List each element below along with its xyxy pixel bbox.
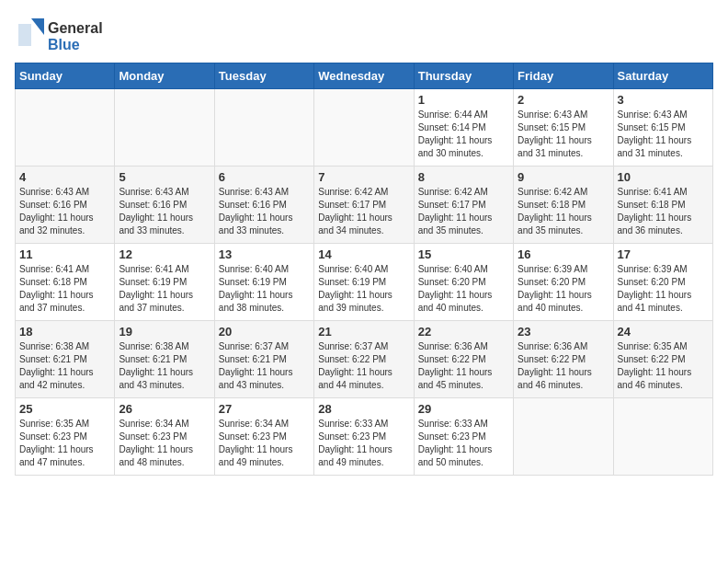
- day-number: 7: [318, 170, 409, 184]
- calendar-cell: 11Sunrise: 6:41 AM Sunset: 6:18 PM Dayli…: [16, 244, 115, 321]
- day-number: 4: [19, 170, 110, 184]
- day-number: 18: [19, 325, 110, 339]
- day-number: 19: [119, 325, 210, 339]
- calendar-cell: 18Sunrise: 6:38 AM Sunset: 6:21 PM Dayli…: [16, 321, 115, 398]
- calendar-cell: 24Sunrise: 6:35 AM Sunset: 6:22 PM Dayli…: [613, 321, 712, 398]
- day-info: Sunrise: 6:33 AM Sunset: 6:23 PM Dayligh…: [318, 418, 409, 469]
- day-info: Sunrise: 6:42 AM Sunset: 6:18 PM Dayligh…: [518, 186, 609, 237]
- day-number: 9: [518, 170, 609, 184]
- calendar-cell: 12Sunrise: 6:41 AM Sunset: 6:19 PM Dayli…: [115, 244, 214, 321]
- day-info: Sunrise: 6:43 AM Sunset: 6:16 PM Dayligh…: [19, 186, 110, 237]
- day-number: 11: [19, 247, 110, 261]
- calendar-cell: [16, 89, 115, 167]
- day-number: 23: [518, 325, 609, 339]
- day-info: Sunrise: 6:39 AM Sunset: 6:20 PM Dayligh…: [618, 263, 709, 315]
- calendar-body: 1Sunrise: 6:44 AM Sunset: 6:14 PM Daylig…: [16, 89, 713, 476]
- day-info: Sunrise: 6:41 AM Sunset: 6:18 PM Dayligh…: [618, 186, 709, 237]
- day-number: 14: [318, 247, 409, 261]
- weekday-header-row: SundayMondayTuesdayWednesdayThursdayFrid…: [16, 63, 713, 89]
- day-number: 6: [219, 170, 310, 184]
- calendar-cell: 23Sunrise: 6:36 AM Sunset: 6:22 PM Dayli…: [514, 321, 613, 398]
- day-info: Sunrise: 6:36 AM Sunset: 6:22 PM Dayligh…: [518, 340, 609, 392]
- calendar-cell: 27Sunrise: 6:34 AM Sunset: 6:23 PM Dayli…: [214, 398, 313, 476]
- day-info: Sunrise: 6:43 AM Sunset: 6:15 PM Dayligh…: [518, 109, 609, 160]
- calendar-cell: 22Sunrise: 6:36 AM Sunset: 6:22 PM Dayli…: [414, 321, 513, 398]
- weekday-header-thursday: Thursday: [414, 63, 513, 89]
- day-number: 10: [618, 170, 709, 184]
- day-number: 26: [119, 402, 210, 416]
- day-info: Sunrise: 6:42 AM Sunset: 6:17 PM Dayligh…: [418, 186, 509, 237]
- day-number: 27: [219, 402, 310, 416]
- day-number: 22: [418, 325, 509, 339]
- calendar-table: SundayMondayTuesdayWednesdayThursdayFrid…: [15, 63, 713, 476]
- day-info: Sunrise: 6:43 AM Sunset: 6:15 PM Dayligh…: [618, 109, 709, 160]
- calendar-cell: 26Sunrise: 6:34 AM Sunset: 6:23 PM Dayli…: [115, 398, 214, 476]
- day-number: 20: [219, 325, 310, 339]
- day-info: Sunrise: 6:33 AM Sunset: 6:23 PM Dayligh…: [418, 418, 509, 469]
- calendar-cell: 7Sunrise: 6:42 AM Sunset: 6:17 PM Daylig…: [314, 167, 414, 244]
- calendar-cell: 29Sunrise: 6:33 AM Sunset: 6:23 PM Dayli…: [414, 398, 513, 476]
- week-row-4: 25Sunrise: 6:35 AM Sunset: 6:23 PM Dayli…: [16, 398, 713, 476]
- calendar-cell: [514, 398, 613, 476]
- day-info: Sunrise: 6:41 AM Sunset: 6:18 PM Dayligh…: [19, 263, 110, 315]
- day-info: Sunrise: 6:35 AM Sunset: 6:23 PM Dayligh…: [19, 418, 110, 469]
- calendar-cell: 17Sunrise: 6:39 AM Sunset: 6:20 PM Dayli…: [613, 244, 712, 321]
- calendar-cell: 19Sunrise: 6:38 AM Sunset: 6:21 PM Dayli…: [115, 321, 214, 398]
- calendar-cell: 10Sunrise: 6:41 AM Sunset: 6:18 PM Dayli…: [613, 167, 712, 244]
- svg-text:General: General: [48, 20, 103, 36]
- weekday-header-wednesday: Wednesday: [314, 63, 414, 89]
- calendar-cell: 13Sunrise: 6:40 AM Sunset: 6:19 PM Dayli…: [214, 244, 313, 321]
- day-number: 5: [119, 170, 210, 184]
- svg-rect-3: [18, 24, 31, 46]
- calendar-cell: [115, 89, 214, 167]
- calendar-cell: 5Sunrise: 6:43 AM Sunset: 6:16 PM Daylig…: [115, 167, 214, 244]
- day-info: Sunrise: 6:38 AM Sunset: 6:21 PM Dayligh…: [119, 340, 210, 392]
- day-info: Sunrise: 6:40 AM Sunset: 6:19 PM Dayligh…: [318, 263, 409, 315]
- day-info: Sunrise: 6:34 AM Sunset: 6:23 PM Dayligh…: [119, 418, 210, 469]
- weekday-header-friday: Friday: [514, 63, 613, 89]
- day-info: Sunrise: 6:35 AM Sunset: 6:22 PM Dayligh…: [618, 340, 709, 392]
- calendar-cell: 28Sunrise: 6:33 AM Sunset: 6:23 PM Dayli…: [314, 398, 414, 476]
- day-number: 12: [119, 247, 210, 261]
- day-info: Sunrise: 6:34 AM Sunset: 6:23 PM Dayligh…: [219, 418, 310, 469]
- day-number: 21: [318, 325, 409, 339]
- day-info: Sunrise: 6:38 AM Sunset: 6:21 PM Dayligh…: [19, 340, 110, 392]
- day-info: Sunrise: 6:43 AM Sunset: 6:16 PM Dayligh…: [219, 186, 310, 237]
- day-number: 25: [19, 402, 110, 416]
- calendar-cell: 15Sunrise: 6:40 AM Sunset: 6:20 PM Dayli…: [414, 244, 513, 321]
- day-number: 15: [418, 247, 509, 261]
- weekday-header-sunday: Sunday: [16, 63, 115, 89]
- day-info: Sunrise: 6:41 AM Sunset: 6:19 PM Dayligh…: [119, 263, 210, 315]
- day-info: Sunrise: 6:39 AM Sunset: 6:20 PM Dayligh…: [518, 263, 609, 315]
- calendar-cell: 3Sunrise: 6:43 AM Sunset: 6:15 PM Daylig…: [613, 89, 712, 167]
- calendar-cell: [214, 89, 313, 167]
- day-info: Sunrise: 6:44 AM Sunset: 6:14 PM Dayligh…: [418, 109, 509, 160]
- day-info: Sunrise: 6:42 AM Sunset: 6:17 PM Dayligh…: [318, 186, 409, 237]
- day-number: 24: [618, 325, 709, 339]
- calendar-cell: 16Sunrise: 6:39 AM Sunset: 6:20 PM Dayli…: [514, 244, 613, 321]
- week-row-1: 4Sunrise: 6:43 AM Sunset: 6:16 PM Daylig…: [16, 167, 713, 244]
- day-number: 13: [219, 247, 310, 261]
- day-number: 16: [518, 247, 609, 261]
- calendar-cell: 21Sunrise: 6:37 AM Sunset: 6:22 PM Dayli…: [314, 321, 414, 398]
- weekday-header-saturday: Saturday: [613, 63, 712, 89]
- svg-marker-2: [31, 18, 44, 35]
- weekday-header-monday: Monday: [115, 63, 214, 89]
- calendar-cell: 14Sunrise: 6:40 AM Sunset: 6:19 PM Dayli…: [314, 244, 414, 321]
- day-info: Sunrise: 6:37 AM Sunset: 6:22 PM Dayligh…: [318, 340, 409, 392]
- day-number: 28: [318, 402, 409, 416]
- day-number: 2: [518, 93, 609, 107]
- calendar-cell: 8Sunrise: 6:42 AM Sunset: 6:17 PM Daylig…: [414, 167, 513, 244]
- calendar-cell: [613, 398, 712, 476]
- page-header: General Blue: [15, 15, 713, 55]
- calendar-cell: 6Sunrise: 6:43 AM Sunset: 6:16 PM Daylig…: [214, 167, 313, 244]
- day-info: Sunrise: 6:40 AM Sunset: 6:19 PM Dayligh…: [219, 263, 310, 315]
- day-number: 8: [418, 170, 509, 184]
- week-row-3: 18Sunrise: 6:38 AM Sunset: 6:21 PM Dayli…: [16, 321, 713, 398]
- calendar-cell: 4Sunrise: 6:43 AM Sunset: 6:16 PM Daylig…: [16, 167, 115, 244]
- day-info: Sunrise: 6:43 AM Sunset: 6:16 PM Dayligh…: [119, 186, 210, 237]
- calendar-cell: 20Sunrise: 6:37 AM Sunset: 6:21 PM Dayli…: [214, 321, 313, 398]
- calendar-cell: [314, 89, 414, 167]
- week-row-2: 11Sunrise: 6:41 AM Sunset: 6:18 PM Dayli…: [16, 244, 713, 321]
- day-info: Sunrise: 6:37 AM Sunset: 6:21 PM Dayligh…: [219, 340, 310, 392]
